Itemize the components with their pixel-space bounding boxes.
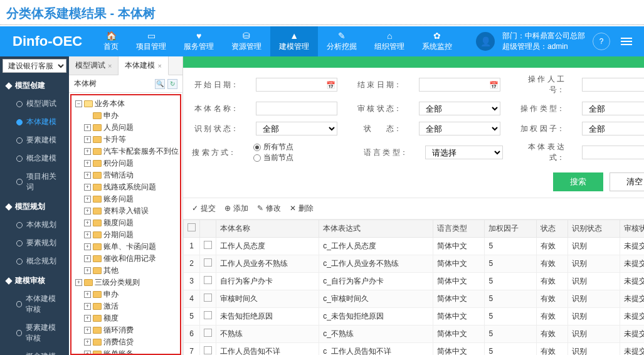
sidebar-item-概念规划[interactable]: 概念规划: [0, 252, 69, 270]
table-row[interactable]: 6不熟练c_不熟练简体中文5有效识别未提交: [184, 325, 645, 342]
tree-node[interactable]: +催收和信用记录: [73, 253, 179, 265]
sidebar-item-要素建模[interactable]: 要素建模: [0, 131, 69, 149]
nav-服务管理[interactable]: ♥服务管理: [175, 26, 223, 56]
sidebar-item-本体建模审核[interactable]: 本体建模审核: [0, 290, 69, 319]
ontology-tree[interactable]: −业务本体申办+人员问题+卡升等+汽车卡配套服务不到位+积分问题+营销活动+线路…: [70, 94, 181, 355]
tree-node[interactable]: −业务本体: [73, 98, 179, 110]
tree-node[interactable]: +三级分类规则: [73, 277, 179, 289]
toggle-icon[interactable]: +: [84, 172, 91, 179]
clear-button[interactable]: 清空: [610, 172, 644, 191]
table-row[interactable]: 7工作人员告知不详c_工作人员告知不详简体中文5有效识别未提交: [184, 342, 645, 355]
row-checkbox[interactable]: [204, 346, 212, 354]
table-row[interactable]: 3自行为客户办卡c_自行为客户办卡简体中文5有效识别未提交: [184, 272, 645, 290]
sidebar-item-模型调试[interactable]: 模型调试: [0, 95, 69, 113]
toggle-icon[interactable]: +: [84, 351, 91, 355]
add-button[interactable]: ⊕ 添加: [224, 203, 248, 214]
row-checkbox[interactable]: [204, 276, 212, 284]
calendar-icon[interactable]: 📅: [326, 81, 335, 90]
sidebar-item-本体规划[interactable]: 本体规划: [0, 216, 69, 234]
optype-select[interactable]: 全部: [582, 102, 644, 115]
toggle-icon[interactable]: +: [84, 303, 91, 310]
side-group[interactable]: 模型规划: [0, 196, 69, 216]
close-icon[interactable]: ×: [157, 62, 161, 70]
sidebar-item-要素规划[interactable]: 要素规划: [0, 234, 69, 252]
row-checkbox[interactable]: [204, 294, 212, 302]
start-date-input[interactable]: [256, 78, 337, 92]
nav-资源管理[interactable]: ⛁资源管理: [223, 26, 270, 56]
tree-node[interactable]: +卡升等: [73, 134, 179, 146]
tree-node[interactable]: +激活: [73, 300, 179, 312]
delete-button[interactable]: ✕ 删除: [290, 203, 314, 214]
menu-icon[interactable]: [618, 38, 635, 45]
expr-input[interactable]: [582, 146, 644, 159]
tree-search-icon[interactable]: 🔍: [155, 79, 165, 89]
nav-组织管理[interactable]: ⌂组织管理: [366, 26, 413, 56]
name-input[interactable]: [256, 102, 337, 115]
toggle-icon[interactable]: +: [84, 267, 91, 274]
toggle-icon[interactable]: +: [84, 220, 91, 226]
edit-button[interactable]: ✎ 修改: [257, 203, 281, 214]
operator-input[interactable]: [582, 78, 644, 92]
tree-node[interactable]: +循环消费: [73, 324, 179, 336]
nav-分析挖掘[interactable]: ✎分析挖掘: [318, 26, 366, 56]
row-checkbox[interactable]: [204, 329, 212, 337]
toggle-icon[interactable]: +: [84, 327, 91, 334]
nav-建模管理[interactable]: ▲建模管理: [270, 26, 318, 56]
tab-模型调试[interactable]: 模型调试 ×: [69, 56, 119, 75]
nav-系统监控[interactable]: ✿系统监控: [413, 26, 461, 56]
toggle-icon[interactable]: +: [84, 243, 91, 250]
row-checkbox[interactable]: [204, 258, 212, 267]
toggle-icon[interactable]: +: [84, 136, 91, 143]
tree-node[interactable]: +汽车卡配套服务不到位: [73, 146, 179, 157]
sidebar-item-要素建模审核[interactable]: 要素建模审核: [0, 319, 69, 347]
tree-node[interactable]: +其他: [73, 265, 179, 277]
search-button[interactable]: 搜索: [553, 172, 603, 191]
toggle-icon[interactable]: −: [75, 100, 82, 107]
toggle-icon[interactable]: +: [84, 231, 91, 238]
tree-node[interactable]: +账务问题: [73, 193, 179, 205]
sidebar-item-本体建模[interactable]: 本体建模: [0, 113, 69, 131]
toggle-icon[interactable]: +: [84, 208, 91, 215]
tree-node[interactable]: +申办: [73, 289, 179, 300]
sidebar-item-概念建模审核[interactable]: 概念建模审核: [0, 347, 69, 355]
nav-首页[interactable]: 🏠首页: [95, 26, 127, 56]
toggle-icon[interactable]: +: [84, 184, 91, 191]
tree-node[interactable]: 申办: [73, 110, 179, 122]
rec-select[interactable]: 全部: [256, 122, 337, 135]
tree-refresh-icon[interactable]: ↻: [167, 79, 177, 89]
table-row[interactable]: 4审核时间久c_审核时间久简体中文5有效识别未提交: [184, 290, 645, 307]
tree-node[interactable]: +线路或系统问题: [73, 181, 179, 193]
audit-select[interactable]: 全部: [419, 102, 500, 115]
tree-node[interactable]: +消费信贷: [73, 336, 179, 348]
toggle-icon[interactable]: +: [84, 196, 91, 203]
tree-node[interactable]: +积分问题: [73, 157, 179, 169]
row-checkbox[interactable]: [204, 241, 212, 249]
sidebar-item-项目相关词[interactable]: 项目相关词: [0, 167, 69, 196]
tree-node[interactable]: +额度: [73, 312, 179, 324]
toggle-icon[interactable]: +: [84, 148, 91, 155]
side-group[interactable]: 建模审核: [0, 270, 69, 290]
end-date-input[interactable]: [419, 78, 500, 92]
tree-node[interactable]: +人员问题: [73, 122, 179, 134]
toggle-icon[interactable]: +: [84, 124, 91, 131]
toggle-icon[interactable]: +: [84, 291, 91, 298]
submit-button[interactable]: ✓ 提交: [192, 203, 216, 214]
tree-node[interactable]: +营销活动: [73, 169, 179, 181]
status-select[interactable]: 全部: [419, 122, 500, 135]
toggle-icon[interactable]: +: [84, 160, 91, 167]
project-select[interactable]: 建设银行客服: [3, 59, 66, 73]
tree-node[interactable]: +分期问题: [73, 229, 179, 241]
table-row[interactable]: 1工作人员态度c_工作人员态度简体中文5有效识别未提交: [184, 237, 645, 255]
help-icon[interactable]: ?: [593, 33, 610, 50]
checkbox-all[interactable]: [187, 223, 196, 231]
toggle-icon[interactable]: +: [84, 255, 91, 262]
tree-node[interactable]: +账单、卡函问题: [73, 241, 179, 253]
nav-项目管理[interactable]: ▭项目管理: [127, 26, 175, 56]
calendar-icon[interactable]: 📅: [489, 81, 499, 90]
sidebar-item-概念建模[interactable]: 概念建模: [0, 149, 69, 167]
tree-node[interactable]: +资料录入错误: [73, 205, 179, 217]
radio-all-nodes[interactable]: 所有节点: [253, 142, 293, 152]
radio-current-node[interactable]: 当前节点: [253, 152, 293, 163]
collapse-bar[interactable]: ▲: [183, 56, 644, 68]
tab-本体建模[interactable]: 本体建模 ×: [119, 56, 168, 75]
